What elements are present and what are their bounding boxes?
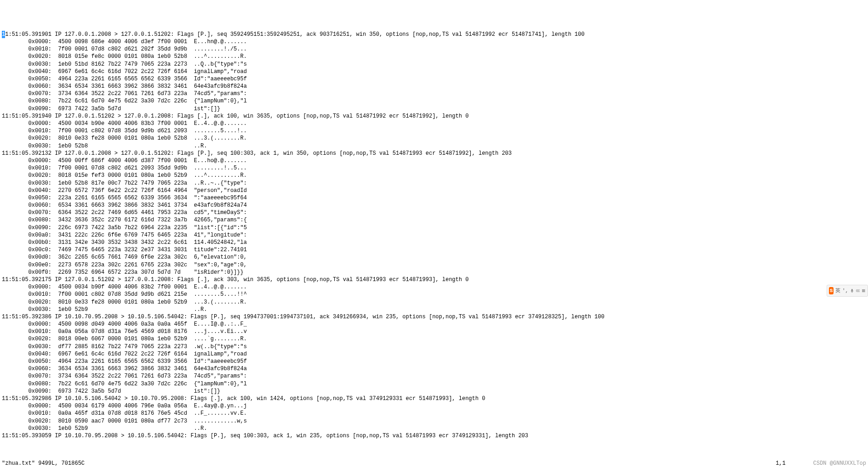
watermark: CSDN @GNNUXXLTop	[813, 460, 866, 467]
tcpdump-output: 11:51:05.391901 IP 127.0.0.1.2008 > 127.…	[2, 31, 866, 440]
sogou-logo-icon[interactable]: S	[829, 287, 834, 294]
svg-rect-4	[857, 291, 859, 292]
vim-cursor: 1	[2, 31, 5, 38]
vim-status-bar: "zhua.txt" 9499L, 701865C 1,1 CSDN @GNNU…	[2, 460, 866, 467]
svg-rect-6	[862, 290, 865, 291]
svg-rect-3	[858, 290, 859, 291]
svg-rect-5	[862, 289, 865, 290]
ime-language[interactable]: 英	[835, 288, 840, 294]
svg-rect-7	[862, 292, 865, 292]
vim-file-status: "zhua.txt" 9499L, 701865C	[2, 460, 85, 467]
svg-rect-1	[857, 290, 857, 291]
vim-cursor-position: 1,1	[776, 460, 786, 467]
keyboard-icon[interactable]	[856, 288, 860, 294]
svg-rect-2	[857, 290, 858, 291]
microphone-icon[interactable]	[850, 288, 854, 294]
settings-icon[interactable]	[862, 288, 866, 294]
ime-toolbar[interactable]: S 英 ',	[827, 285, 868, 297]
svg-rect-0	[856, 290, 860, 292]
ime-punctuation[interactable]: ',	[842, 288, 848, 294]
